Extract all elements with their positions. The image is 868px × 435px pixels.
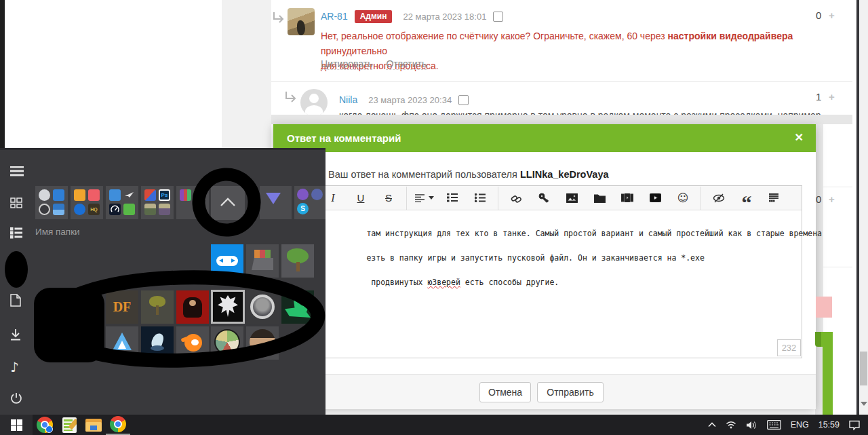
- reply-arrow-icon: [271, 11, 286, 24]
- quote-icon[interactable]: “: [736, 185, 757, 211]
- emoji-icon[interactable]: ☺: [673, 190, 693, 206]
- witcher-game-tile-selected[interactable]: [211, 290, 245, 324]
- scrollbar-thumb[interactable]: [860, 352, 867, 385]
- scrollbar-down-arrow[interactable]: [861, 402, 867, 406]
- taskbar-chrome-profile[interactable]: [33, 415, 57, 435]
- align-left-icon[interactable]: [414, 190, 435, 206]
- modal-header: Ответ на комментарий ✕: [273, 124, 816, 152]
- editor-textarea[interactable]: там инструкция для тех кто в танке. Самы…: [329, 215, 797, 301]
- green-widget-top[interactable]: [815, 332, 833, 347]
- folder-tile-apps[interactable]: HQ: [71, 186, 103, 219]
- link-icon[interactable]: [506, 190, 526, 206]
- author-link[interactable]: AR-81: [321, 11, 348, 22]
- vpn-triangle-tile[interactable]: [260, 186, 292, 219]
- image-icon[interactable]: [561, 190, 582, 206]
- documents-icon[interactable]: [10, 294, 21, 307]
- mini-app-1-icon: [144, 204, 156, 215]
- green-mech-tile[interactable]: [281, 290, 314, 324]
- modal-footer: Отмена Отправить: [273, 374, 816, 409]
- hq-app-icon: HQ: [88, 204, 100, 215]
- collapse-folder-chevron[interactable]: [211, 186, 245, 220]
- italic-icon[interactable]: I: [323, 190, 343, 206]
- comment-checkbox[interactable]: [493, 12, 503, 22]
- folder-tile-utilities[interactable]: [35, 186, 68, 219]
- justify-icon[interactable]: [764, 190, 785, 206]
- avatar-art: [297, 20, 305, 35]
- folder-name-input[interactable]: Имя папки: [35, 227, 80, 237]
- vote-plus-button[interactable]: +: [829, 10, 835, 21]
- submit-button[interactable]: Отправить: [537, 382, 604, 402]
- tv-arrow-left: [219, 259, 223, 263]
- clock[interactable]: 15:59: [818, 420, 840, 430]
- folder-tile-messengers[interactable]: S: [294, 186, 326, 219]
- wifi-icon[interactable]: [726, 421, 736, 429]
- painted-world-tile[interactable]: [211, 326, 243, 360]
- vote-plus-button[interactable]: +: [829, 193, 835, 205]
- power-icon[interactable]: [10, 392, 22, 404]
- underline-icon[interactable]: U: [351, 190, 371, 206]
- reply-link[interactable]: Ответить: [386, 58, 427, 70]
- taskbar-file-explorer[interactable]: [81, 415, 106, 435]
- keyboard-icon[interactable]: [767, 420, 781, 430]
- tray-expand-chevron-icon[interactable]: [708, 422, 716, 428]
- photos-icon: [53, 204, 64, 215]
- notes-icon: [194, 189, 205, 201]
- folder-icon[interactable]: [589, 190, 610, 206]
- video-play-icon[interactable]: [645, 190, 665, 206]
- unordered-list-icon[interactable]: [470, 190, 490, 206]
- quote-link[interactable]: Цитировать: [321, 58, 372, 70]
- toolbar-separator: [701, 187, 701, 210]
- discord-icon: [311, 189, 323, 200]
- folder-tile-tools[interactable]: [176, 186, 209, 219]
- green-widget-bar[interactable]: [823, 346, 833, 415]
- teamviewer-tile[interactable]: [211, 244, 243, 278]
- folder-tile-adobe[interactable]: Ps: [141, 186, 174, 219]
- dwarf-fortress-tile[interactable]: DF: [106, 290, 138, 324]
- close-icon[interactable]: ✕: [795, 131, 804, 144]
- language-indicator[interactable]: ENG: [791, 420, 809, 430]
- tree-tile[interactable]: [281, 244, 314, 278]
- blender-tile[interactable]: [176, 326, 209, 360]
- music-icon[interactable]: ♪: [10, 359, 19, 375]
- hamburger-menu-icon[interactable]: [10, 166, 24, 176]
- bonsai-game-tile[interactable]: [141, 290, 174, 324]
- taskbar-notepad-plus-plus[interactable]: [57, 415, 81, 435]
- pirates-game-tile[interactable]: [176, 290, 209, 324]
- vote-plus-button[interactable]: +: [829, 91, 835, 102]
- author-link[interactable]: Niila: [339, 94, 357, 105]
- dropdown-caret: [429, 196, 434, 200]
- creature-shadow: [151, 345, 164, 351]
- folder-tile-travel[interactable]: [106, 186, 138, 219]
- strikethrough-icon[interactable]: S: [378, 190, 399, 206]
- clock-icon: [39, 189, 50, 201]
- cancel-button[interactable]: Отмена: [479, 382, 531, 402]
- avatar-placeholder[interactable]: [300, 89, 328, 116]
- calendar-icon: [53, 189, 64, 201]
- comment-checkbox[interactable]: [458, 95, 469, 105]
- action-center-icon[interactable]: [849, 420, 860, 430]
- ordered-list-icon[interactable]: [442, 190, 462, 206]
- marker-blob-rect: [34, 288, 104, 362]
- mech-shape: [285, 296, 311, 318]
- arena-tile[interactable]: [106, 326, 138, 360]
- avatar[interactable]: [288, 8, 315, 35]
- media-embed-icon[interactable]: [617, 190, 637, 206]
- downloads-icon[interactable]: [10, 328, 21, 341]
- dwarf-portrait-tile[interactable]: [246, 326, 279, 360]
- all-apps-list-icon[interactable]: [10, 227, 22, 239]
- desktop-screenshot: AR-81 Админ 22 марта 2023 18:01 Нет, реа…: [0, 0, 868, 435]
- start-button[interactable]: [0, 415, 33, 435]
- taskbar-chrome-active[interactable]: [106, 415, 130, 435]
- volume-icon[interactable]: [746, 421, 757, 430]
- mount-and-blade-tile[interactable]: [246, 290, 279, 324]
- spoiler-eye-icon[interactable]: [709, 190, 729, 206]
- library-folder-tile[interactable]: [246, 244, 279, 278]
- blue-triangle-inner: [118, 341, 126, 349]
- creature-game-tile[interactable]: [141, 326, 174, 360]
- tile-view-icon[interactable]: [10, 197, 22, 208]
- marker-blob-rail: [5, 251, 28, 288]
- toolbar-separator: [498, 187, 498, 210]
- mini-app-2-icon: [159, 204, 170, 215]
- blender-logo-dot: [191, 339, 199, 345]
- key-icon[interactable]: [534, 190, 554, 206]
